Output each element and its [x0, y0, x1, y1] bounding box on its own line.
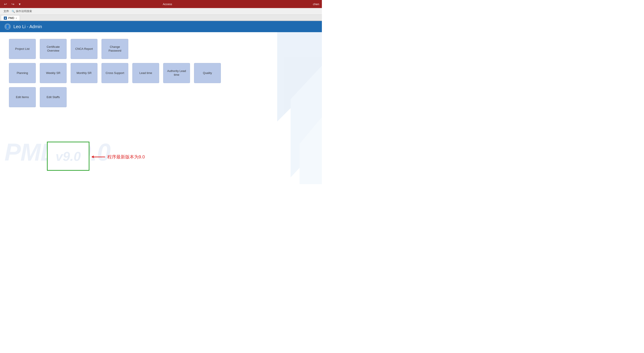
lead-time-button[interactable]: Lead time — [132, 63, 159, 83]
change-password-button[interactable]: Change Password — [102, 39, 128, 59]
user-header: 👤 Leo Li - Admin — [0, 21, 322, 32]
svg-marker-2 — [300, 117, 322, 184]
monthly-sr-button[interactable]: Monthly SR — [71, 63, 98, 83]
file-menu[interactable]: 文件 — [2, 9, 11, 14]
user-icon-glyph: 👤 — [5, 24, 10, 29]
main-content: Project List Certificate Overview CNCA R… — [0, 32, 322, 184]
edit-items-button[interactable]: Edit Items — [9, 87, 36, 107]
title-bar-left: ↩ ↪ ▾ — [3, 1, 22, 7]
undo-button[interactable]: ↩ — [3, 1, 8, 7]
version-box: v9.0 — [47, 142, 90, 171]
weekly-sr-button[interactable]: Weekly SR — [40, 63, 66, 83]
cnca-report-button[interactable]: CNCA Report — [71, 39, 98, 59]
project-list-button[interactable]: Project List — [9, 39, 36, 59]
quality-button[interactable]: Quality — [194, 63, 221, 83]
title-bar: ↩ ↪ ▾ Access chen — [0, 0, 322, 8]
tab-label: PMD — [8, 16, 14, 20]
planning-button[interactable]: Planning — [9, 63, 36, 83]
buttons-grid: Project List Certificate Overview CNCA R… — [9, 39, 313, 107]
user-display: chen — [313, 2, 319, 6]
tab-close-button[interactable]: × — [16, 17, 17, 19]
buttons-row-3: Edit Items Edit Staffs — [9, 87, 313, 107]
search-label: 操作说明搜索 — [16, 9, 32, 13]
menu-bar: 文件 🔍 操作说明搜索 — [0, 8, 322, 15]
tab-icon: ■ — [4, 16, 7, 20]
annotation-label: 程序最新版本为9.0 — [107, 154, 145, 160]
redo-button[interactable]: ↪ — [10, 1, 16, 7]
arrow-icon — [92, 157, 105, 157]
search-bar-area: 🔍 操作说明搜索 — [12, 9, 32, 13]
app-title: Access — [163, 2, 172, 6]
dropdown-button[interactable]: ▾ — [18, 1, 22, 7]
certificate-overview-button[interactable]: Certificate Overview — [40, 39, 66, 59]
annotation: 程序最新版本为9.0 — [92, 154, 145, 160]
cross-support-button[interactable]: Cross Support — [102, 63, 128, 83]
authority-lead-time-button[interactable]: Authority Lead time — [163, 63, 190, 83]
edit-staffs-button[interactable]: Edit Staffs — [40, 87, 66, 107]
buttons-row-2: Planning Weekly SR Monthly SR Cross Supp… — [9, 63, 313, 83]
version-text: v9.0 — [56, 149, 81, 164]
tab-pmd[interactable]: ■ PMD × — [1, 15, 20, 20]
user-name-label: Leo Li - Admin — [14, 24, 42, 29]
tab-bar: ■ PMD × — [0, 15, 322, 21]
buttons-row-1: Project List Certificate Overview CNCA R… — [9, 39, 313, 59]
user-avatar: 👤 — [4, 23, 11, 30]
search-icon: 🔍 操作说明搜索 — [12, 9, 32, 13]
search-icon-glyph: 🔍 — [12, 10, 15, 13]
